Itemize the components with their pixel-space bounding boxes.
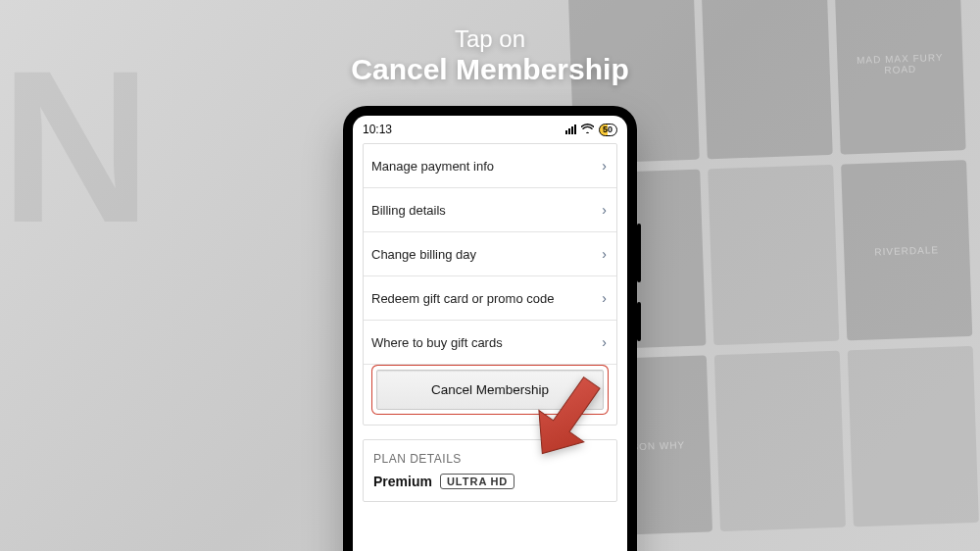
- row-manage-payment-info[interactable]: Manage payment info ›: [364, 144, 616, 188]
- phone-side-button: [637, 302, 641, 341]
- plan-name: Premium: [373, 474, 432, 489]
- row-label: Billing details: [371, 203, 446, 218]
- row-label: Where to buy gift cards: [371, 335, 503, 350]
- plan-row: Premium ULTRAHD: [364, 474, 616, 501]
- plan-section-title: PLAN DETAILS: [364, 440, 616, 474]
- row-label: Redeem gift card or promo code: [371, 291, 554, 306]
- chevron-right-icon: ›: [602, 290, 607, 306]
- row-change-billing-day[interactable]: Change billing day ›: [364, 232, 616, 276]
- chevron-right-icon: ›: [602, 158, 607, 174]
- status-bar: 10:13 50: [353, 116, 627, 143]
- row-label: Change billing day: [371, 247, 476, 262]
- chevron-right-icon: ›: [602, 246, 607, 262]
- background-glyph: N: [0, 39, 137, 314]
- poster: MAD MAX FURY ROAD: [834, 0, 965, 155]
- poster: RIVERDALE: [841, 160, 972, 340]
- chevron-right-icon: ›: [602, 334, 607, 350]
- row-redeem-gift-card[interactable]: Redeem gift card or promo code ›: [364, 276, 616, 321]
- phone-frame: 10:13 50 Manage payment info › Billing d…: [343, 106, 637, 551]
- plan-card: PLAN DETAILS Premium ULTRAHD: [363, 439, 617, 502]
- phone-side-button: [637, 224, 641, 282]
- row-billing-details[interactable]: Billing details ›: [364, 188, 616, 232]
- signal-icon: [565, 125, 576, 134]
- status-time: 10:13: [363, 123, 392, 136]
- cancel-membership-highlight: Cancel Membership: [371, 365, 609, 415]
- wifi-icon: [581, 124, 594, 135]
- instruction-line-2: Cancel Membership: [351, 53, 628, 86]
- ultra-hd-badge: ULTRAHD: [440, 474, 514, 489]
- chevron-right-icon: ›: [602, 202, 607, 218]
- row-where-to-buy-gift-cards[interactable]: Where to buy gift cards ›: [364, 321, 616, 365]
- poster: [848, 346, 979, 526]
- row-label: Manage payment info: [371, 159, 494, 174]
- instruction-heading: Tap on Cancel Membership: [351, 25, 628, 86]
- cancel-membership-button[interactable]: Cancel Membership: [376, 370, 604, 410]
- battery-icon: 50: [599, 124, 617, 136]
- billing-card: Manage payment info › Billing details › …: [363, 143, 617, 426]
- poster: [714, 351, 846, 531]
- poster: [702, 0, 833, 159]
- phone-screen: 10:13 50 Manage payment info › Billing d…: [353, 116, 627, 551]
- poster: [708, 165, 839, 345]
- settings-content: Manage payment info › Billing details › …: [353, 143, 627, 551]
- instruction-line-1: Tap on: [351, 25, 628, 53]
